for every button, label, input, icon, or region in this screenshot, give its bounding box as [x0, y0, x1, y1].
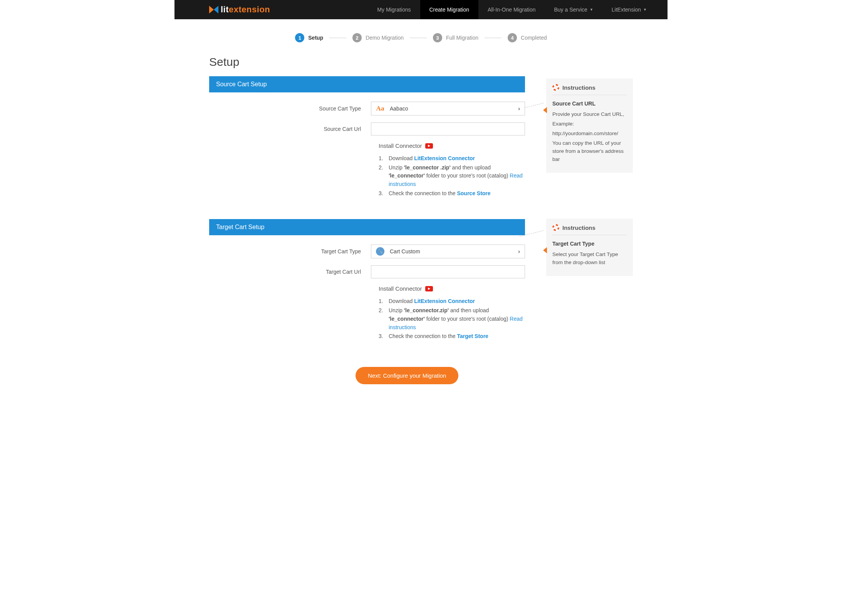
select-value: Cart Custom: [390, 248, 420, 254]
step2-e: folder to your store's root (catalog): [425, 172, 510, 179]
brand-logo[interactable]: litextension: [209, 5, 270, 15]
step-label: Completed: [521, 35, 547, 41]
step-separator: [485, 38, 502, 38]
target-cart-url-input[interactable]: [371, 265, 525, 278]
source-cart-type-select[interactable]: Aa Aabaco ›: [371, 102, 525, 116]
step-number: 3: [433, 33, 442, 42]
download-connector-link[interactable]: LitExtension Connector: [414, 298, 475, 304]
install-connector-title: Install Connector: [379, 142, 422, 149]
instructions-target: Instructions Target Cart Type Select you…: [546, 219, 633, 276]
nav-label: Buy a Service: [554, 7, 587, 13]
step2-d: 'le_connector': [389, 172, 425, 179]
brand-lit: lit: [221, 5, 229, 15]
navbar: litextension My Migrations Create Migrat…: [174, 0, 668, 19]
lifebelt-icon: [552, 84, 559, 91]
wrench-icon: 🔧: [376, 247, 384, 256]
caret-down-icon: ▼: [643, 8, 647, 12]
list-number: 1.: [379, 297, 389, 306]
ins-line: Select your Target Cart Type from the dr…: [552, 251, 627, 267]
nav-label: All-In-One Migration: [488, 7, 536, 13]
step-demo: 2 Demo Migration: [352, 33, 404, 42]
page-title: Setup: [209, 55, 633, 69]
ins-line: Example:: [552, 120, 627, 128]
download-connector-link[interactable]: LitExtension Connector: [414, 155, 475, 161]
ins-line: You can copy the URL of your store from …: [552, 139, 627, 164]
list-number: 3.: [379, 189, 389, 198]
source-section: Source Cart Setup Source Cart Type Aa Aa…: [209, 76, 525, 202]
step2-b: 'le_connector.zip': [404, 307, 449, 313]
list-number: 2.: [379, 306, 389, 331]
step2-c: and then upload: [451, 164, 491, 171]
step2-c: and then upload: [449, 307, 489, 313]
select-value: Aabaco: [390, 105, 408, 112]
source-banner: Source Cart Setup: [209, 76, 525, 92]
nav-label: LitExtension: [612, 7, 641, 13]
instructions-title: Instructions: [562, 84, 595, 91]
next-button[interactable]: Next: Configure your Migration: [356, 367, 458, 384]
nav-label: Create Migration: [429, 7, 470, 13]
target-store-link[interactable]: Target Store: [457, 333, 488, 339]
chevron-right-icon: ›: [518, 105, 520, 112]
step-label: Setup: [308, 35, 323, 41]
target-connector-steps: 1. Download LitExtension Connector 2. Un…: [379, 297, 525, 340]
source-type-label: Source Cart Type: [209, 105, 371, 112]
youtube-icon[interactable]: ▶: [425, 143, 433, 149]
step-completed: 4 Completed: [508, 33, 547, 42]
target-type-label: Target Cart Type: [209, 248, 371, 254]
nav-label: My Migrations: [377, 7, 411, 13]
step-full: 3 Full Migration: [433, 33, 478, 42]
nav-links: My Migrations Create Migration All-In-On…: [368, 0, 656, 19]
step2-a: Unzip: [389, 307, 404, 313]
aabaco-icon: Aa: [376, 104, 384, 113]
step-number: 2: [352, 33, 362, 42]
youtube-icon[interactable]: ▶: [425, 286, 433, 291]
list-number: 2.: [379, 164, 389, 189]
step1-text: Download: [389, 298, 414, 304]
step-setup: 1 Setup: [295, 33, 323, 42]
brand-ext: extension: [229, 5, 270, 15]
nav-litextension[interactable]: LitExtension▼: [602, 0, 656, 19]
main-container: Setup Source Cart Setup Source Cart Type…: [174, 55, 668, 403]
step2-d: 'le_connector': [389, 316, 425, 322]
target-cart-type-select[interactable]: 🔧 Cart Custom ›: [371, 244, 525, 258]
source-url-label: Source Cart Url: [209, 126, 371, 132]
caret-down-icon: ▼: [590, 8, 593, 12]
step3-text: Check the connection to the: [389, 333, 457, 339]
pointer-icon: [543, 247, 547, 253]
source-connector-steps: 1. Download LitExtension Connector 2. Un…: [379, 154, 525, 198]
lifebelt-icon: [552, 224, 559, 231]
source-store-link[interactable]: Source Store: [457, 190, 490, 196]
step-label: Demo Migration: [366, 35, 404, 41]
nav-all-in-one[interactable]: All-In-One Migration: [478, 0, 545, 19]
logo-mark-icon: [209, 5, 218, 14]
list-number: 1.: [379, 154, 389, 163]
target-url-label: Target Cart Url: [209, 269, 371, 275]
target-banner: Target Cart Setup: [209, 219, 525, 235]
ins-line: Provide your Source Cart URL,: [552, 110, 627, 119]
step3-text: Check the connection to the: [389, 190, 457, 196]
instructions-subtitle: Target Cart Type: [552, 241, 627, 247]
pointer-icon: [543, 107, 547, 113]
target-section: Target Cart Setup Target Cart Type 🔧 Car…: [209, 219, 525, 345]
step2-a: Unzip: [389, 164, 404, 171]
instructions-subtitle: Source Cart URL: [552, 100, 627, 107]
chevron-right-icon: ›: [518, 248, 520, 254]
install-connector-title: Install Connector: [379, 285, 422, 292]
step-number: 1: [295, 33, 304, 42]
source-cart-url-input[interactable]: [371, 122, 525, 136]
step-label: Full Migration: [446, 35, 478, 41]
step1-text: Download: [389, 155, 414, 161]
nav-buy-service[interactable]: Buy a Service▼: [545, 0, 602, 19]
step-separator: [329, 38, 346, 38]
instructions-title: Instructions: [562, 224, 595, 231]
step-number: 4: [508, 33, 517, 42]
progress-steps: 1 Setup 2 Demo Migration 3 Full Migratio…: [174, 33, 668, 42]
step2-e: folder to your store's root (catalog): [425, 316, 510, 322]
ins-line: http://yourdomain.com/store/: [552, 130, 627, 138]
nav-my-migrations[interactable]: My Migrations: [368, 0, 420, 19]
list-number: 3.: [379, 332, 389, 341]
instructions-source: Instructions Source Cart URL Provide you…: [546, 79, 633, 173]
nav-create-migration[interactable]: Create Migration: [420, 0, 479, 19]
step2-b: 'le_connector .zip': [404, 164, 451, 171]
step-separator: [410, 38, 427, 38]
